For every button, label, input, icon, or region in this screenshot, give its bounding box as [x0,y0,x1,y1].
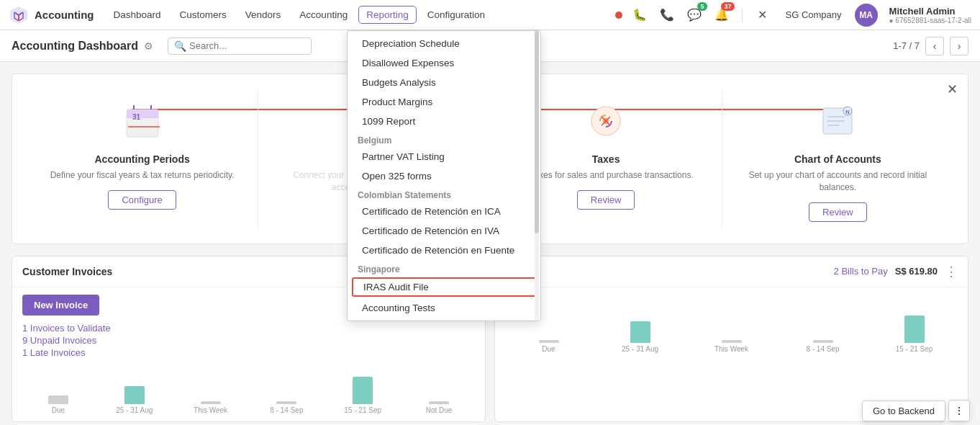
colombian-section-header: Colombian Statements [348,186,540,202]
depreciation-schedule-item[interactable]: Depreciation Schedule [348,34,540,53]
nav-vendors[interactable]: Vendors [237,6,289,24]
invoices-to-validate: 1 Invoices to Validate [22,323,475,334]
user-info: Mitchell Admin ● 67652881-saas-17-2-all [889,6,971,24]
page-title: Accounting Dashboard [12,40,138,53]
nav-menu: Dashboard Customers Vendors Accounting R… [106,6,615,24]
late-invoices: 1 Late Invoices [22,347,475,358]
review-accounts-button[interactable]: Review [809,202,867,222]
singapore-section-header: Singapore [348,260,540,276]
bills-label-due: Due [542,345,555,353]
chat-badge: 5 [697,2,707,11]
new-invoice-button[interactable]: New Invoice [22,295,99,316]
svg-text:31: 31 [132,113,141,121]
bills-amount-value: S$ 619.80 [895,266,938,277]
nav-right-section: 🐛 📞 💬5 🔔37 ✕ SG Company MA Mitchell Admi… [615,4,972,27]
bills-chart-col-sep2: 15 - 21 Sep [871,310,958,353]
bills-chart: Due 25 - 31 Aug This Week 8 - 14 Sep 15 … [495,303,968,360]
chart-of-accounts-icon: N [817,96,858,146]
configure-button[interactable]: Configure [108,190,176,210]
retencion-fuente-item[interactable]: Certificado de Retención en Fuente [348,241,540,260]
bills-header: s 2 Bills to Pay S$ 619.80 ⋮ [495,256,968,287]
record-icon[interactable] [615,12,622,19]
bills-bar-due [539,340,559,343]
nav-dashboard[interactable]: Dashboard [106,6,169,24]
bills-label-sep2: 15 - 21 Sep [896,345,933,353]
svg-text:N: N [845,109,850,115]
belgium-section-header: Belgium [348,131,540,147]
nav-customers[interactable]: Customers [172,6,235,24]
user-subtitle: ● 67652881-saas-17-2-all [889,17,971,24]
search-box[interactable]: 🔍 [168,37,312,55]
bottom-bar: Go to Backend ⋮ [0,396,980,425]
card-1-desc: Define your fiscal years & tax returns p… [50,169,235,182]
debug-icon[interactable]: 🐛 [630,5,650,25]
open-325-forms-item[interactable]: Open 325 forms [348,166,540,186]
disallowed-expenses-item[interactable]: Disallowed Expenses [348,53,540,73]
bills-bar-aug [630,321,650,343]
search-icon: 🔍 [174,40,186,52]
nav-reporting[interactable]: Reporting [358,6,417,24]
taxes-icon [586,96,626,146]
activity-badge: 37 [721,2,734,11]
card-3-desc: ult Taxes for sales and purchase transac… [519,169,694,182]
nav-configuration[interactable]: Configuration [419,6,493,24]
product-margins-item[interactable]: Product Margins [348,92,540,112]
tools-icon[interactable]: ✕ [753,5,773,25]
next-page-button[interactable]: › [950,37,968,55]
company-name: SG Company [786,9,842,20]
app-name: Accounting [35,9,94,21]
bills-label-aug: 25 - 31 Aug [622,345,658,353]
iras-audit-file-item[interactable]: IRAS Audit File [352,277,536,297]
user-name: Mitchell Admin [889,6,971,17]
bills-bar-thisweek [722,340,742,343]
bills-label-sep1: 8 - 14 Sep [806,345,839,353]
bills-to-pay: 2 Bills to Pay [834,266,888,277]
nav-accounting[interactable]: Accounting [291,6,355,24]
reporting-dropdown: Depreciation Schedule Disallowed Expense… [347,30,541,321]
accounting-tests-item[interactable]: Accounting Tests [348,298,540,318]
invoice-stats: 1 Invoices to Validate 9 Unpaid Invoices… [12,320,485,364]
setup-card-accounting-periods: 31 Accounting Periods Define your fiscal… [27,89,258,229]
chat-icon[interactable]: 💬5 [684,5,704,25]
top-navigation: Accounting Dashboard Customers Vendors A… [0,0,980,30]
partner-vat-listing-item[interactable]: Partner VAT Listing [348,147,540,166]
card-1-title: Accounting Periods [95,153,190,165]
bills-title: s [505,266,834,277]
bills-bar-sep2 [904,316,925,343]
card-4-title: Chart of Accounts [794,153,881,165]
prev-page-button[interactable]: ‹ [925,37,944,55]
bills-label-thisweek: This Week [714,345,748,353]
bills-bar-sep1 [813,340,833,343]
bills-chart-col-sep1: 8 - 14 Sep [779,310,866,353]
svg-rect-2 [127,115,158,118]
avatar[interactable]: MA [855,4,878,27]
bills-pay-manually-link: ally [495,287,968,303]
activity-icon[interactable]: 🔔37 [712,5,732,25]
search-input[interactable] [189,40,304,51]
1099-report-item[interactable]: 1099 Report [348,112,540,131]
goto-backend-button[interactable]: Go to Backend [862,401,945,421]
budgets-analysis-item[interactable]: Budgets Analysis [348,73,540,92]
card-4-desc: Set up your chart of accounts and record… [737,169,939,194]
review-taxes-button[interactable]: Review [577,190,635,210]
bills-menu-icon[interactable]: ⋮ [945,264,958,279]
app-logo[interactable] [9,5,29,25]
retencion-iva-item[interactable]: Certificado de Retención en IVA [348,221,540,241]
retencion-ica-item[interactable]: Certificado de Retención en ICA [348,202,540,221]
bottom-menu-dots-icon[interactable]: ⋮ [948,400,970,421]
calendar-icon: 31 [122,96,163,146]
header-right: 1-7 / 7 ‹ › [893,37,968,55]
unpaid-invoices: 9 Unpaid Invoices [22,335,475,346]
bills-chart-col-aug: 25 - 31 Aug [596,310,684,353]
nav-divider [742,8,743,22]
pagination-info: 1-7 / 7 [893,40,920,51]
bills-chart-col-thisweek: This Week [688,310,775,353]
setup-card-chart-of-accounts: N Chart of Accounts Set up your chart of… [722,89,953,229]
card-3-title: Taxes [592,153,620,165]
support-icon[interactable]: 📞 [657,5,677,25]
gear-icon[interactable]: ⚙ [144,40,153,52]
